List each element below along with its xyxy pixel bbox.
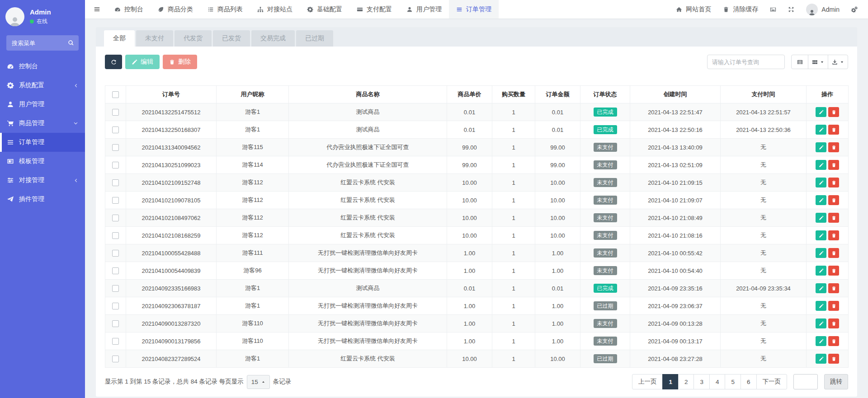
- menu-toggle-button[interactable]: [87, 0, 107, 19]
- sidebar-item-对接管理[interactable]: 对接管理: [0, 171, 85, 190]
- row-checkbox[interactable]: [112, 303, 119, 309]
- nav-item-对接站点[interactable]: 对接站点: [250, 0, 300, 19]
- row-select-cell: [105, 209, 126, 227]
- row-checkbox[interactable]: [112, 144, 119, 151]
- row-edit-button[interactable]: [816, 107, 826, 117]
- row-delete-button[interactable]: [828, 125, 839, 135]
- row-delete-button[interactable]: [828, 230, 839, 240]
- row-checkbox[interactable]: [112, 285, 119, 292]
- row-edit-button[interactable]: [816, 301, 826, 311]
- pagination-page-6[interactable]: 6: [741, 374, 757, 389]
- select-all-checkbox[interactable]: [112, 91, 119, 98]
- row-checkbox[interactable]: [112, 338, 119, 345]
- row-edit-button[interactable]: [816, 142, 826, 152]
- row-checkbox[interactable]: [112, 215, 119, 221]
- row-edit-button[interactable]: [816, 195, 826, 205]
- sidebar-item-系统配置[interactable]: 系统配置: [0, 76, 85, 95]
- columns-button[interactable]: [808, 55, 828, 69]
- navbar-user[interactable]: Admin: [800, 0, 845, 19]
- pagination-page-1[interactable]: 1: [662, 374, 679, 389]
- row-checkbox[interactable]: [112, 162, 119, 169]
- row-checkbox[interactable]: [112, 179, 119, 186]
- navbar-fullscreen[interactable]: [782, 0, 800, 19]
- tab-代发货[interactable]: 代发货: [175, 30, 212, 47]
- edit-button[interactable]: 编辑: [125, 55, 160, 69]
- sidebar-item-订单管理[interactable]: 订单管理: [0, 133, 85, 152]
- row-delete-button[interactable]: [828, 354, 839, 364]
- row-edit-button[interactable]: [816, 354, 826, 364]
- tab-交易完成[interactable]: 交易完成: [251, 30, 295, 47]
- nav-item-用户管理[interactable]: 用户管理: [399, 0, 449, 19]
- row-checkbox[interactable]: [112, 320, 119, 327]
- row-checkbox[interactable]: [112, 356, 119, 362]
- toggle-view-button[interactable]: [791, 55, 808, 69]
- pagination-page-4[interactable]: 4: [709, 374, 726, 389]
- row-checkbox[interactable]: [112, 197, 119, 204]
- row-checkbox[interactable]: [112, 250, 119, 257]
- pagination-prev[interactable]: 上一页: [632, 374, 663, 389]
- export-button[interactable]: [828, 55, 848, 69]
- row-edit-button[interactable]: [816, 125, 826, 135]
- search-icon[interactable]: [68, 40, 74, 46]
- jump-button[interactable]: 跳转: [824, 374, 848, 389]
- row-select-cell: [105, 103, 126, 121]
- row-delete-button[interactable]: [828, 283, 839, 293]
- nav-item-商品分类[interactable]: 商品分类: [151, 0, 200, 19]
- nav-item-支付配置[interactable]: 支付配置: [349, 0, 399, 19]
- sidebar-item-控制台[interactable]: 控制台: [0, 57, 85, 76]
- row-delete-button[interactable]: [828, 107, 839, 117]
- navbar-clear-cache[interactable]: 清除缓存: [717, 0, 764, 19]
- row-delete-button[interactable]: [828, 266, 839, 276]
- navbar-settings[interactable]: [845, 0, 863, 19]
- tab-全部[interactable]: 全部: [104, 30, 135, 47]
- row-edit-button[interactable]: [816, 213, 826, 223]
- sidebar-item-模板管理[interactable]: 模板管理: [0, 152, 85, 171]
- page-size-select[interactable]: 15: [247, 375, 270, 389]
- navbar-gallery[interactable]: [764, 0, 782, 19]
- sidebar-item-用户管理[interactable]: 用户管理: [0, 95, 85, 114]
- row-edit-button[interactable]: [816, 160, 826, 170]
- row-edit-button[interactable]: [816, 178, 826, 187]
- row-edit-button[interactable]: [816, 336, 826, 346]
- pagination-page-2[interactable]: 2: [678, 374, 694, 389]
- nav-item-基础配置[interactable]: 基础配置: [300, 0, 349, 19]
- column-header-支付时间: 支付时间: [721, 86, 807, 103]
- nav-item-商品列表[interactable]: 商品列表: [200, 0, 250, 19]
- nav-item-订单管理[interactable]: 订单管理: [449, 0, 499, 19]
- row-checkbox[interactable]: [112, 267, 119, 274]
- pagination-next[interactable]: 下一页: [756, 374, 788, 389]
- row-delete-button[interactable]: [828, 142, 839, 152]
- row-delete-button[interactable]: [828, 318, 839, 328]
- pencil-icon: [819, 198, 824, 203]
- row-delete-button[interactable]: [828, 160, 839, 170]
- cell-unit-price: 1.00: [447, 332, 492, 350]
- sidebar-item-插件管理[interactable]: 插件管理: [0, 190, 85, 209]
- nav-item-控制台[interactable]: 控制台: [107, 0, 151, 19]
- row-delete-button[interactable]: [828, 178, 839, 187]
- tab-已过期[interactable]: 已过期: [296, 30, 333, 47]
- cell-product-name: 红盟云卡系统 代安装: [289, 209, 447, 227]
- tab-未支付[interactable]: 未支付: [136, 30, 173, 47]
- order-search-input[interactable]: [707, 55, 785, 69]
- row-delete-button[interactable]: [828, 336, 839, 346]
- delete-button[interactable]: 删除: [163, 55, 197, 69]
- row-checkbox[interactable]: [112, 232, 119, 239]
- refresh-button[interactable]: [105, 55, 122, 69]
- row-delete-button[interactable]: [828, 195, 839, 205]
- pagination-page-5[interactable]: 5: [725, 374, 741, 389]
- row-checkbox[interactable]: [112, 109, 119, 116]
- row-delete-button[interactable]: [828, 248, 839, 258]
- sidebar-item-商品管理[interactable]: 商品管理: [0, 114, 85, 133]
- row-edit-button[interactable]: [816, 230, 826, 240]
- row-edit-button[interactable]: [816, 266, 826, 276]
- tab-已发货[interactable]: 已发货: [213, 30, 250, 47]
- row-edit-button[interactable]: [816, 318, 826, 328]
- row-delete-button[interactable]: [828, 213, 839, 223]
- pagination-page-3[interactable]: 3: [693, 374, 710, 389]
- jump-page-input[interactable]: [793, 374, 818, 389]
- navbar-site-home[interactable]: 网站首页: [670, 0, 717, 19]
- row-checkbox[interactable]: [112, 126, 119, 133]
- row-edit-button[interactable]: [816, 283, 826, 293]
- row-edit-button[interactable]: [816, 248, 826, 258]
- row-delete-button[interactable]: [828, 301, 839, 311]
